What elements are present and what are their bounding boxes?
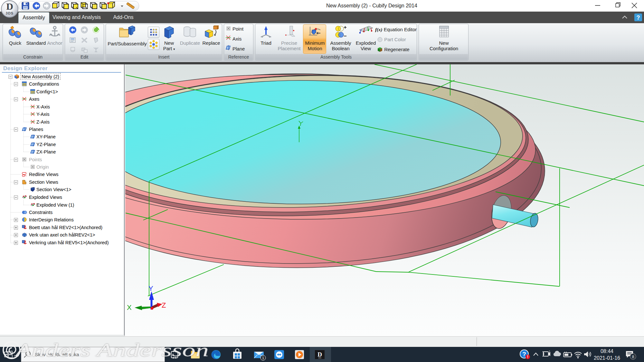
svg-text:?: ? [522, 351, 526, 357]
svg-text:8: 8 [632, 354, 634, 359]
svg-text:08:44: 08:44 [601, 348, 613, 354]
svg-text:2021-01-16: 2021-01-16 [594, 355, 620, 361]
svg-text:?: ? [637, 14, 640, 21]
svg-text:!: ! [527, 355, 528, 359]
svg-text:X: X [127, 303, 132, 311]
svg-text:Y: Y [148, 284, 153, 292]
svg-text:Z: Z [162, 301, 166, 309]
